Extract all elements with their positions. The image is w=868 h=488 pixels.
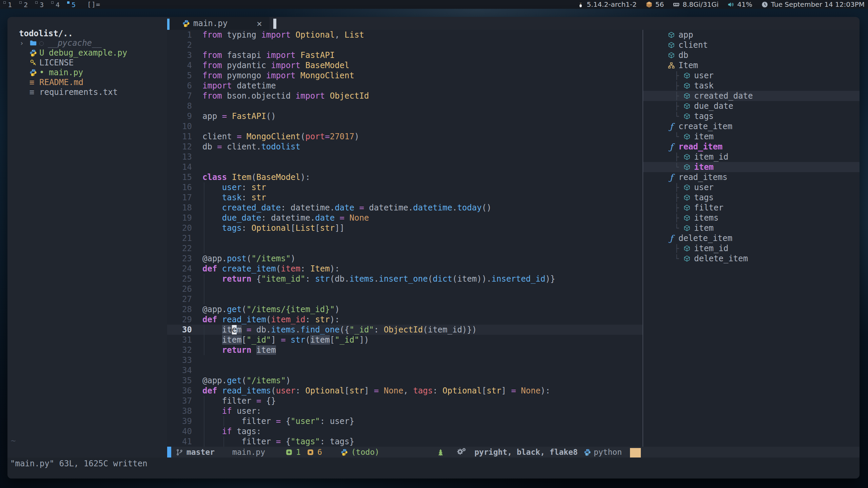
code-line-17[interactable]: 17 task: str — [167, 192, 643, 203]
outline-symbol-db[interactable]: db — [643, 50, 860, 60]
outline-symbol-delete_item[interactable]: └delete_item — [643, 253, 860, 264]
workspace-button-4[interactable]: 4 — [51, 0, 67, 9]
outline-symbol-read_items[interactable]: ƒread_items — [643, 172, 860, 182]
file-item-requirements-txt[interactable]: ≡requirements.txt — [7, 87, 167, 97]
code-line-2[interactable]: 2 — [167, 40, 643, 50]
lsp-servers: pyright, black, flake8 — [474, 448, 578, 456]
symbols-outline: appclientdbItem├user├task├created_date├d… — [643, 30, 860, 447]
outline-symbol-created_date[interactable]: ├created_date — [643, 91, 860, 101]
close-icon[interactable]: × — [257, 18, 262, 29]
outline-symbol-filter[interactable]: ├filter — [643, 203, 860, 213]
outline-symbol-tags[interactable]: └tags — [643, 111, 860, 121]
outline-symbol-delete_item[interactable]: ƒdelete_item — [643, 233, 860, 243]
code-line-36[interactable]: 36def read_items(user: Optional[str] = N… — [167, 386, 643, 396]
code-line-24[interactable]: 24def create_item(item: Item): — [167, 264, 643, 274]
chevron-right-icon[interactable]: › — [20, 39, 24, 47]
code-line-7[interactable]: 7from bson.objectid import ObjectId — [167, 91, 643, 101]
file-item-debug-example-py[interactable]: Udebug_example.py — [7, 48, 167, 58]
outline-symbol-Item[interactable]: Item — [643, 60, 860, 70]
func-icon: ƒ — [668, 235, 675, 242]
code-line-30[interactable]: 30 item = db.items.find_one({"_id": Obje… — [167, 325, 643, 335]
workspace-button-1[interactable]: 1 — [3, 0, 19, 9]
filetype-python-icon — [584, 449, 591, 456]
workspace-button-3[interactable]: 3 — [35, 0, 51, 9]
code-line-8[interactable]: 8 — [167, 101, 643, 111]
outline-symbol-items[interactable]: ├items — [643, 213, 860, 223]
workspace-button-5[interactable]: 5 — [67, 0, 83, 9]
code-line-25[interactable]: 25 return {"item_id": str(db.items.inser… — [167, 274, 643, 284]
code-text: item = db.items.find_one({"_id": ObjectI… — [202, 325, 477, 335]
file-label: main.py — [49, 68, 83, 77]
code-line-9[interactable]: 9app = FastAPI() — [167, 111, 643, 121]
code-line-26[interactable]: 26 — [167, 284, 643, 294]
workspace-button-2[interactable]: 2 — [19, 0, 35, 9]
outline-symbol-app[interactable]: app — [643, 30, 860, 40]
line-number: 20 — [167, 223, 192, 233]
class-icon — [668, 62, 675, 69]
code-line-32[interactable]: 32 return item — [167, 345, 643, 355]
code-editor[interactable]: 1from typing import Optional, List23from… — [167, 30, 643, 447]
code-line-14[interactable]: 14 — [167, 162, 643, 172]
code-line-35[interactable]: 35@app.get("/items") — [167, 375, 643, 386]
file-item--pycache-[interactable]: ›__pycache__ — [7, 38, 167, 48]
system-status: 5.14.2-arch1-2568.8Gi/31Gi41%Tue Septemb… — [577, 0, 868, 8]
outline-symbol-item[interactable]: └item — [643, 131, 860, 142]
line-number: 18 — [167, 203, 192, 213]
code-line-1[interactable]: 1from typing import Optional, List — [167, 30, 643, 40]
code-line-37[interactable]: 37 filter = {} — [167, 396, 643, 406]
code-text: client = MongoClient(port=27017) — [202, 131, 359, 142]
indent-guide — [204, 213, 204, 223]
code-line-28[interactable]: 28@app.get("/items/{item_id}") — [167, 304, 643, 314]
outline-symbol-task[interactable]: ├task — [643, 81, 860, 91]
code-line-31[interactable]: 31 item["_id"] = str(item["_id"]) — [167, 335, 643, 345]
file-item-main-py[interactable]: •main.py — [7, 67, 167, 77]
outline-symbol-create_item[interactable]: ƒcreate_item — [643, 121, 860, 131]
code-line-5[interactable]: 5from pymongo import MongoClient — [167, 70, 643, 81]
outline-symbol-read_item[interactable]: ƒread_item — [643, 142, 860, 152]
code-line-15[interactable]: 15class Item(BaseModel): — [167, 172, 643, 182]
code-line-11[interactable]: 11client = MongoClient(port=27017) — [167, 131, 643, 142]
code-line-18[interactable]: 18 created_date: datetime.date = datetim… — [167, 203, 643, 213]
outline-symbol-item[interactable]: └item — [643, 223, 860, 233]
code-line-38[interactable]: 38 if user: — [167, 406, 643, 416]
file-label: README.md — [39, 78, 83, 87]
code-line-20[interactable]: 20 tags: Optional[List[str]] — [167, 223, 643, 233]
outline-symbol-due_date[interactable]: ├due_date — [643, 101, 860, 111]
variable-icon — [683, 255, 691, 262]
code-line-33[interactable]: 33 — [167, 355, 643, 365]
code-line-34[interactable]: 34 — [167, 365, 643, 375]
code-line-41[interactable]: 41 filter = {"tags": tags} — [167, 436, 643, 447]
code-line-6[interactable]: 6import datetime — [167, 81, 643, 91]
outline-symbol-client[interactable]: client — [643, 40, 860, 50]
outline-symbol-tags[interactable]: ├tags — [643, 192, 860, 203]
code-line-19[interactable]: 19 due_date: datetime.date = None — [167, 213, 643, 223]
code-line-29[interactable]: 29def read_item(item_id: str): — [167, 314, 643, 325]
code-text: import datetime — [202, 81, 276, 91]
scroll-position-indicator[interactable] — [630, 448, 641, 458]
symbol-label: filter — [694, 203, 724, 212]
code-line-3[interactable]: 3from fastapi import FastAPI — [167, 50, 643, 60]
code-text: from bson.objectid import ObjectId — [202, 91, 369, 101]
outline-symbol-user[interactable]: ├user — [643, 70, 860, 81]
outline-symbol-item_id[interactable]: ├item_id — [643, 152, 860, 162]
outline-symbol-user[interactable]: ├user — [643, 182, 860, 192]
code-line-12[interactable]: 12db = client.todolist — [167, 142, 643, 152]
code-line-16[interactable]: 16 user: str — [167, 182, 643, 192]
code-line-21[interactable]: 21 — [167, 233, 643, 243]
git-status-badge: • — [39, 68, 49, 77]
code-line-4[interactable]: 4from pydantic import BaseModel — [167, 60, 643, 70]
code-line-40[interactable]: 40 if tags: — [167, 426, 643, 436]
code-line-13[interactable]: 13 — [167, 152, 643, 162]
outline-symbol-item_id[interactable]: ├item_id — [643, 243, 860, 253]
file-item-license[interactable]: LICENSE — [7, 58, 167, 67]
code-line-39[interactable]: 39 filter = {"user": user} — [167, 416, 643, 426]
code-line-23[interactable]: 23@app.post("/items") — [167, 253, 643, 264]
code-line-22[interactable]: 22 — [167, 243, 643, 253]
command-line[interactable]: "main.py" 63L, 1625C written — [7, 458, 860, 479]
code-line-10[interactable]: 10 — [167, 121, 643, 131]
outline-symbol-item[interactable]: └item — [643, 162, 860, 172]
code-text: if user: — [202, 406, 261, 416]
file-item-readme-md[interactable]: ≡README.md — [7, 77, 167, 87]
code-line-27[interactable]: 27 — [167, 294, 643, 304]
tab-main-py[interactable]: main.py × — [170, 17, 270, 30]
